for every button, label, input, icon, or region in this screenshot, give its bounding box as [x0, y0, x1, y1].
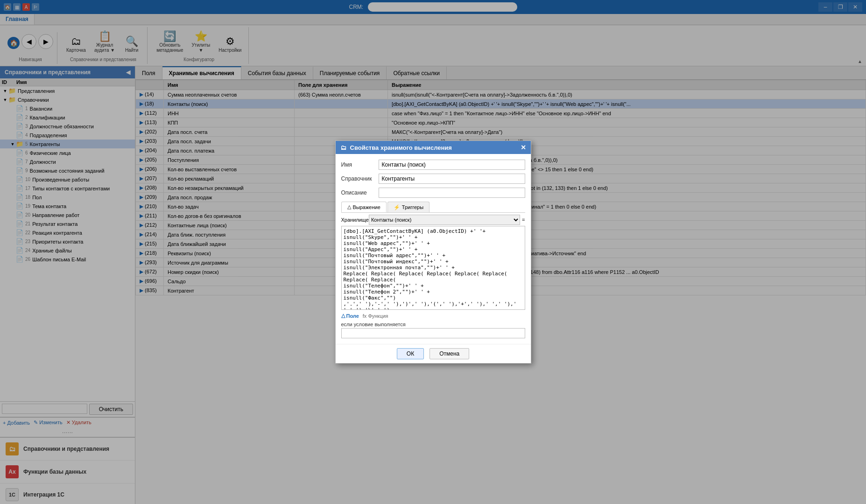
- cancel-button[interactable]: Отмена: [429, 348, 469, 359]
- desc-input[interactable]: [379, 188, 525, 198]
- triggers-tab-icon: ⚡: [394, 204, 400, 210]
- form-tabs: △ Выражение ⚡ Триггеры: [341, 202, 525, 213]
- modal-footer: ОК Отмена: [336, 344, 531, 363]
- field-icon: △: [341, 313, 345, 319]
- name-label: Имя: [341, 161, 379, 168]
- form-tab-triggers[interactable]: ⚡ Триггеры: [387, 202, 429, 212]
- modal-close-button[interactable]: ✕: [521, 144, 526, 151]
- form-tab-expression[interactable]: △ Выражение: [341, 202, 387, 212]
- expr-tab-label: Выражение: [353, 204, 380, 210]
- modal-title-icon: 🗂: [340, 144, 346, 151]
- modal-body: Имя Справочник Описание △ Выражение ⚡ Тр…: [336, 154, 531, 344]
- name-input[interactable]: [379, 160, 525, 170]
- func-label: Функция: [368, 313, 388, 319]
- func-icon: fx: [363, 313, 367, 319]
- ref-input[interactable]: [379, 174, 525, 184]
- modal-title: Свойства хранимого вычисления: [350, 144, 452, 151]
- triggers-tab-label: Триггеры: [402, 204, 423, 210]
- form-row-name: Имя: [341, 160, 525, 170]
- field-label: Поле: [346, 313, 359, 319]
- desc-label: Описание: [341, 189, 379, 196]
- modal-overlay: 🗂 Свойства хранимого вычисления ✕ Имя Сп…: [0, 0, 866, 504]
- condition-label: если условие выполняется: [341, 322, 525, 327]
- storage-select[interactable]: Контакты (поиск): [369, 215, 520, 225]
- storage-label: Хранилище: [341, 217, 369, 223]
- form-sub-tabs: △ Поле fx Функция: [341, 313, 525, 319]
- ref-label: Справочник: [341, 175, 379, 182]
- storage-area[interactable]: [dbo].[AXI_GetContactByKA] (a0.ObjectID)…: [341, 226, 525, 310]
- form-row-desc: Описание: [341, 188, 525, 198]
- ok-button[interactable]: ОК: [397, 348, 424, 359]
- modal-computed-props: 🗂 Свойства хранимого вычисления ✕ Имя Сп…: [335, 140, 531, 364]
- sub-tab-field[interactable]: △ Поле: [341, 313, 359, 319]
- storage-area-header: Хранилище Контакты (поиск) =: [341, 215, 525, 225]
- sub-tab-function[interactable]: fx Функция: [363, 313, 388, 319]
- storage-eq-icon: =: [522, 217, 525, 223]
- expr-tab-icon: △: [347, 204, 351, 210]
- form-row-ref: Справочник: [341, 174, 525, 184]
- condition-input[interactable]: [341, 328, 525, 338]
- modal-title-bar: 🗂 Свойства хранимого вычисления ✕: [336, 141, 531, 154]
